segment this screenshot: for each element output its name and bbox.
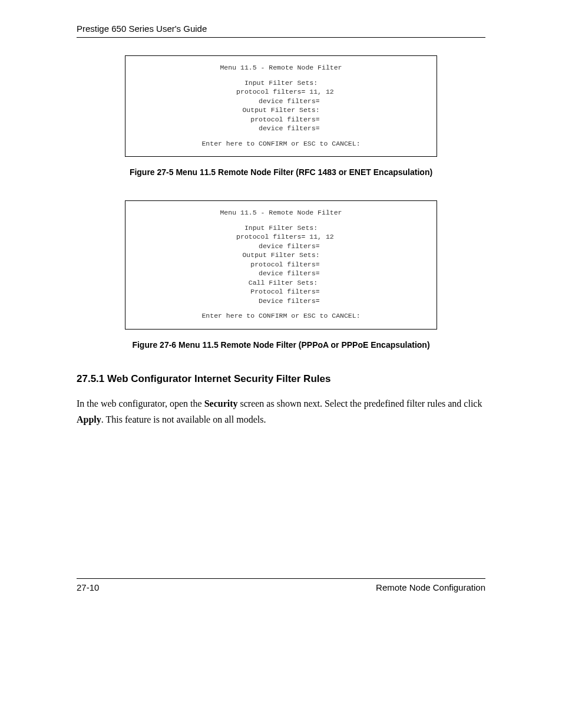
figure-caption-2: Figure 27-6 Menu 11.5 Remote Node Filter… [77,340,485,350]
terminal-1-title: Menu 11.5 - Remote Node Filter [137,63,425,73]
p-bold-security: Security [204,398,238,409]
p-text-1: In the web configurator, open the [77,398,204,409]
page-footer: 27-10 Remote Node Configuration [77,578,485,592]
terminal-1-body: Input Filter Sets: protocol filters= 11,… [137,78,425,133]
body-paragraph: In the web configurator, open the Securi… [77,396,485,427]
p-text-3: . This feature is not available on all m… [101,414,266,424]
terminal-box-2: Menu 11.5 - Remote Node Filter Input Fil… [125,200,437,330]
figure-caption-1: Figure 27-5 Menu 11.5 Remote Node Filter… [77,167,485,177]
footer-label: Remote Node Configuration [376,582,485,592]
footer-page-number: 27-10 [77,582,99,592]
terminal-2-title: Menu 11.5 - Remote Node Filter [137,208,425,218]
page-header: Prestige 650 Series User's Guide [77,24,485,38]
terminal-2-confirm: Enter here to CONFIRM or ESC to CANCEL: [137,311,425,321]
terminal-box-1: Menu 11.5 - Remote Node Filter Input Fil… [125,55,437,157]
header-title: Prestige 650 Series User's Guide [77,24,207,34]
p-bold-apply: Apply [77,414,101,424]
section-heading: 27.5.1 Web Configurator Internet Securit… [77,373,485,385]
p-text-2: screen as shown next. Select the predefi… [238,398,482,409]
terminal-2-body: Input Filter Sets: protocol filters= 11,… [137,223,425,306]
terminal-1-confirm: Enter here to CONFIRM or ESC to CANCEL: [137,139,425,149]
